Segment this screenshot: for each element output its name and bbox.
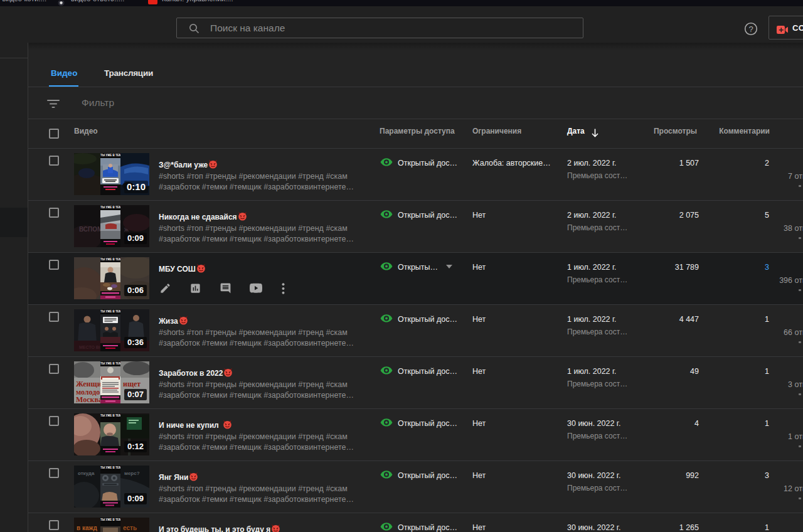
svg-text:Москва: Москва: [76, 395, 102, 403]
svg-text:Женщи: Женщи: [76, 380, 102, 388]
svg-text:?: ?: [748, 24, 753, 34]
svg-text:мерс?: мерс?: [124, 471, 140, 476]
svg-text:откуда: откуда: [78, 471, 95, 476]
svg-text:есть: есть: [123, 524, 137, 531]
svg-text:в кажд: в кажд: [77, 524, 98, 531]
svg-text:ищет: ищет: [123, 380, 141, 388]
